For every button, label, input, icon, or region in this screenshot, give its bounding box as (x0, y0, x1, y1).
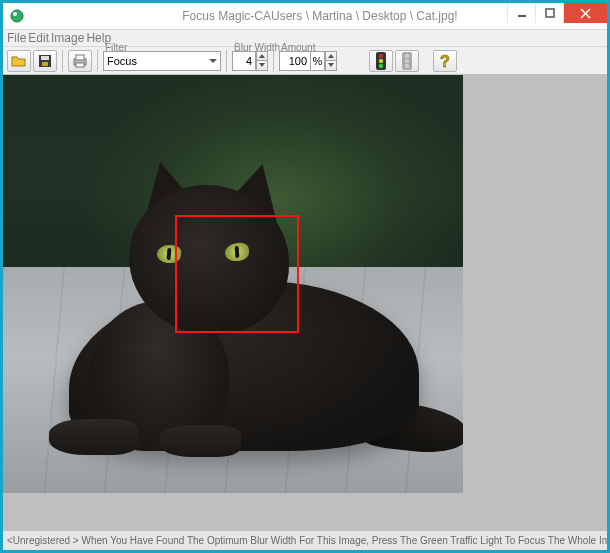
traffic-light-gray-icon (401, 52, 413, 70)
save-floppy-icon (38, 54, 52, 68)
svg-point-1 (13, 12, 17, 16)
svg-rect-7 (41, 56, 49, 60)
blur-width-label: Blur Width (234, 42, 280, 53)
menu-edit[interactable]: Edit (28, 31, 49, 45)
titlebar: Focus Magic-CAUsers \ Martina \ Desktop … (3, 3, 607, 29)
process-go-button[interactable] (369, 50, 393, 72)
blur-width-group: Blur Width 4 (232, 51, 268, 71)
amount-label: Amount (281, 42, 315, 53)
toolbar-divider (62, 50, 63, 72)
svg-rect-2 (518, 15, 526, 17)
blur-width-input[interactable]: 4 (232, 51, 256, 71)
status-text: <Unregistered > When You Have Found The … (7, 535, 607, 546)
svg-point-22 (405, 58, 409, 62)
spinner-up-icon[interactable] (325, 51, 337, 61)
svg-marker-15 (328, 63, 334, 67)
menu-file[interactable]: File (7, 31, 26, 45)
svg-rect-3 (546, 9, 554, 17)
svg-marker-14 (328, 54, 334, 58)
svg-marker-12 (259, 54, 265, 58)
svg-point-18 (379, 58, 383, 62)
open-button[interactable] (7, 50, 31, 72)
toolbar-divider (226, 50, 227, 72)
close-button[interactable] (563, 3, 607, 23)
traffic-light-green-icon (375, 52, 387, 70)
amount-input[interactable]: 100 (279, 51, 311, 71)
svg-rect-8 (42, 62, 48, 66)
amount-unit: % (311, 51, 325, 71)
print-icon (72, 54, 88, 68)
svg-rect-10 (76, 55, 84, 60)
svg-marker-13 (259, 63, 265, 67)
svg-point-0 (11, 10, 23, 22)
toolbar: Filter Focus Blur Width 4 Amount (3, 47, 607, 75)
filter-select[interactable]: Focus (103, 51, 221, 71)
menu-image[interactable]: Image (51, 31, 84, 45)
filter-group: Filter Focus (103, 51, 221, 71)
app-window: Focus Magic-CAUsers \ Martina \ Desktop … (0, 0, 610, 553)
help-button[interactable]: ? (433, 50, 457, 72)
filter-value: Focus (107, 55, 137, 67)
svg-point-23 (405, 63, 409, 67)
save-button[interactable] (33, 50, 57, 72)
help-question-icon: ? (438, 52, 452, 70)
selection-rectangle[interactable] (175, 215, 299, 333)
process-stop-button[interactable] (395, 50, 419, 72)
amount-group: Amount 100 % (279, 51, 337, 71)
app-icon (9, 8, 25, 24)
print-button[interactable] (68, 50, 92, 72)
toolbar-divider (273, 50, 274, 72)
canvas-area[interactable] (3, 75, 607, 530)
minimize-button[interactable] (507, 3, 535, 23)
toolbar-divider (97, 50, 98, 72)
amount-spinner[interactable] (325, 51, 337, 71)
open-folder-icon (11, 54, 27, 68)
blur-width-value: 4 (246, 55, 252, 67)
svg-text:?: ? (440, 53, 450, 70)
image-preview[interactable] (3, 75, 463, 493)
maximize-button[interactable] (535, 3, 563, 23)
svg-point-21 (405, 53, 409, 57)
spinner-down-icon[interactable] (256, 60, 268, 71)
svg-rect-11 (76, 63, 84, 67)
svg-point-19 (379, 63, 383, 67)
blur-width-spinner[interactable] (256, 51, 268, 71)
svg-point-17 (379, 53, 383, 57)
window-controls (507, 3, 607, 25)
statusbar: <Unregistered > When You Have Found The … (3, 530, 607, 550)
amount-value: 100 (289, 55, 307, 67)
spinner-down-icon[interactable] (325, 60, 337, 71)
